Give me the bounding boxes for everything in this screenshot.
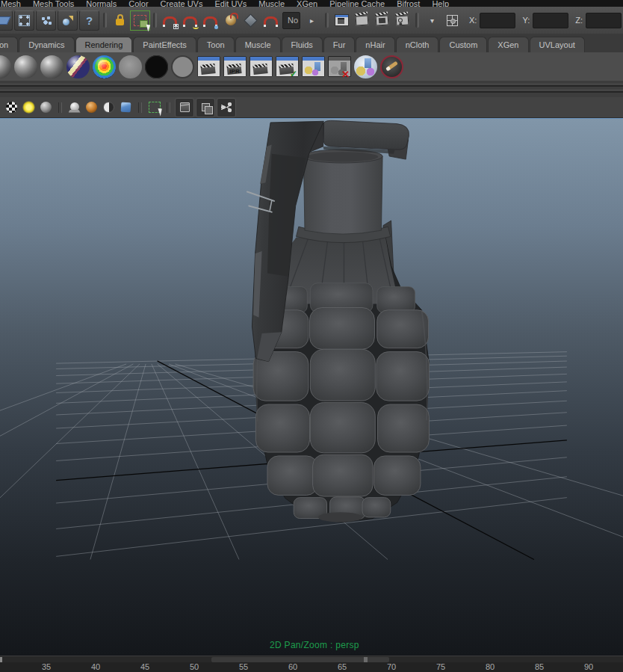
select-component-type-button[interactable] xyxy=(58,10,78,31)
render-settings-button-glyph xyxy=(396,15,409,25)
range-bar-handle[interactable] xyxy=(211,657,389,662)
shading-group-button[interactable] xyxy=(353,54,378,79)
shelf-tab-toon[interactable]: Toon xyxy=(197,37,235,52)
material-sphere-button-2[interactable] xyxy=(13,54,38,79)
xray-button[interactable] xyxy=(196,98,215,117)
live-surface-value: No Live Surface xyxy=(288,16,300,25)
select-hierarchy-button[interactable] xyxy=(14,10,34,31)
range-notch xyxy=(364,657,368,662)
menu-muscle[interactable]: Muscle xyxy=(258,0,285,7)
shelf-tab-ncloth[interactable]: nCloth xyxy=(396,37,439,52)
shelf-tab-xgen[interactable]: XGen xyxy=(488,37,528,52)
shelf-tab-rendering[interactable]: Rendering xyxy=(75,37,133,52)
pan-zoom-overlay-label: 2D Pan/Zoom : persp xyxy=(270,640,359,650)
material-sphere-button-1[interactable] xyxy=(0,54,12,79)
live-surface-expand-button[interactable]: ▸ xyxy=(303,11,321,30)
menu-edit-uvs[interactable]: Edit UVs xyxy=(214,0,247,7)
render-view-button[interactable] xyxy=(332,11,351,30)
shelf-tab-painteffects[interactable]: PaintEffects xyxy=(133,37,196,52)
live-surface-expand-button-glyph: ▸ xyxy=(310,16,314,25)
batch-render-button[interactable]: ✓ xyxy=(274,54,300,79)
share-nodes-button[interactable] xyxy=(217,98,236,117)
shelf-tab-nhair[interactable]: nHair xyxy=(356,37,394,52)
lock-selection-button[interactable] xyxy=(111,11,129,30)
wireframe-cube-button[interactable] xyxy=(175,98,194,117)
input-field-dropdown[interactable]: ▾ xyxy=(423,11,441,30)
menu-help[interactable]: Help xyxy=(432,0,449,7)
ramp-shader-button[interactable] xyxy=(65,54,90,79)
shelf-tab-cropped[interactable]: on xyxy=(0,37,18,52)
shadows-cube-icon-glyph xyxy=(121,102,131,113)
x-input[interactable] xyxy=(480,13,515,28)
hypershade-button[interactable] xyxy=(300,54,326,79)
coordinate-inputs: X: Y: Z: xyxy=(462,13,622,28)
help-button[interactable]: ? xyxy=(79,10,99,31)
renderer-checker-icon[interactable] xyxy=(3,99,20,117)
snap-to-projected-center-button[interactable] xyxy=(221,11,240,30)
snap-to-grid-button[interactable] xyxy=(161,11,179,30)
black-swatch-button[interactable] xyxy=(143,54,169,79)
menu-create-uvs[interactable]: Create UVs xyxy=(161,0,203,7)
lighting-icon[interactable] xyxy=(20,99,37,117)
shelf-tab-fluids[interactable]: Fluids xyxy=(282,37,323,52)
default-material-icon[interactable] xyxy=(66,99,83,117)
paint-tool-button[interactable] xyxy=(379,54,404,79)
make-live-button[interactable] xyxy=(241,11,260,30)
grenade-model[interactable] xyxy=(247,120,429,522)
render-current-frame-button[interactable] xyxy=(353,11,371,30)
color-ramp-sphere-button[interactable] xyxy=(91,54,117,79)
live-surface-field[interactable]: No Live Surface xyxy=(282,12,300,29)
viewport-persp[interactable]: 2D Pan/Zoom : persp xyxy=(0,118,623,656)
isolate-select-icon[interactable] xyxy=(146,99,163,117)
ipr-render-window-button[interactable]: IPR xyxy=(222,54,247,79)
range-left-marker xyxy=(0,657,2,662)
separator xyxy=(138,102,142,113)
menu-normals[interactable]: Normals xyxy=(86,0,117,7)
y-input[interactable] xyxy=(533,13,568,28)
renderer-checker-icon-glyph xyxy=(6,102,17,113)
menu-color[interactable]: Color xyxy=(128,0,148,7)
shelf-tab-custom[interactable]: Custom xyxy=(439,37,487,52)
layout-shortcut-button[interactable] xyxy=(0,10,13,31)
two-sided-lighting-icon[interactable] xyxy=(100,99,117,117)
menu-mesh[interactable]: Mesh xyxy=(1,0,21,7)
shadows-cube-icon[interactable] xyxy=(117,99,134,117)
z-input[interactable] xyxy=(586,13,622,28)
range-slider[interactable] xyxy=(0,656,623,662)
hypershade-disabled-button[interactable]: ✕ xyxy=(326,54,352,79)
tick-50: 50 xyxy=(190,662,199,672)
material-sphere-button-2-glyph xyxy=(14,55,37,78)
select-object-type-button[interactable] xyxy=(36,10,56,31)
textured-ball-icon[interactable] xyxy=(83,99,100,117)
make-live-button-glyph xyxy=(244,13,257,27)
ring-swatch-button[interactable] xyxy=(170,54,195,79)
shelf-rendering: IPR✓✕ xyxy=(0,52,623,81)
quad-field-button[interactable] xyxy=(443,11,462,30)
shelf-tab-dynamics[interactable]: Dynamics xyxy=(19,37,74,52)
render-settings-button[interactable] xyxy=(393,11,412,30)
select-object-type-button-glyph xyxy=(41,16,52,25)
shelf-tab-fur[interactable]: Fur xyxy=(323,37,356,52)
menu-bifrost[interactable]: Bifrost xyxy=(397,0,420,7)
shelf-tab-uvlayout[interactable]: UVLayout xyxy=(530,37,585,52)
ring-swatch-button-glyph xyxy=(171,55,194,78)
snap-to-view-plane-button[interactable] xyxy=(261,11,280,30)
sub-glyph xyxy=(214,25,218,29)
menu-xgen[interactable]: XGen xyxy=(297,0,317,7)
shelf-tab-muscle[interactable]: Muscle xyxy=(235,37,281,52)
time-slider[interactable]: 354045505560657075808590 xyxy=(0,662,623,672)
snap-to-curve-button[interactable] xyxy=(181,11,199,30)
render-settings-window-button[interactable] xyxy=(248,54,273,79)
gray-swatch-button[interactable] xyxy=(117,54,143,79)
ipr-render-button[interactable] xyxy=(373,11,391,30)
selection-tools-group: ? xyxy=(1,10,281,31)
menu-pipeline-cache[interactable]: Pipeline Cache xyxy=(329,0,385,7)
render-view-window-button[interactable] xyxy=(196,54,221,79)
highlight-selection-button[interactable] xyxy=(131,11,149,30)
render-settings-window-button-glyph xyxy=(249,56,273,77)
snap-to-point-button[interactable] xyxy=(201,11,220,30)
menu-mesh-tools[interactable]: Mesh Tools xyxy=(33,0,74,7)
material-sphere-button-3[interactable] xyxy=(39,54,64,79)
shaded-ball-icon[interactable] xyxy=(37,99,55,117)
pane-separator[interactable] xyxy=(0,81,623,97)
